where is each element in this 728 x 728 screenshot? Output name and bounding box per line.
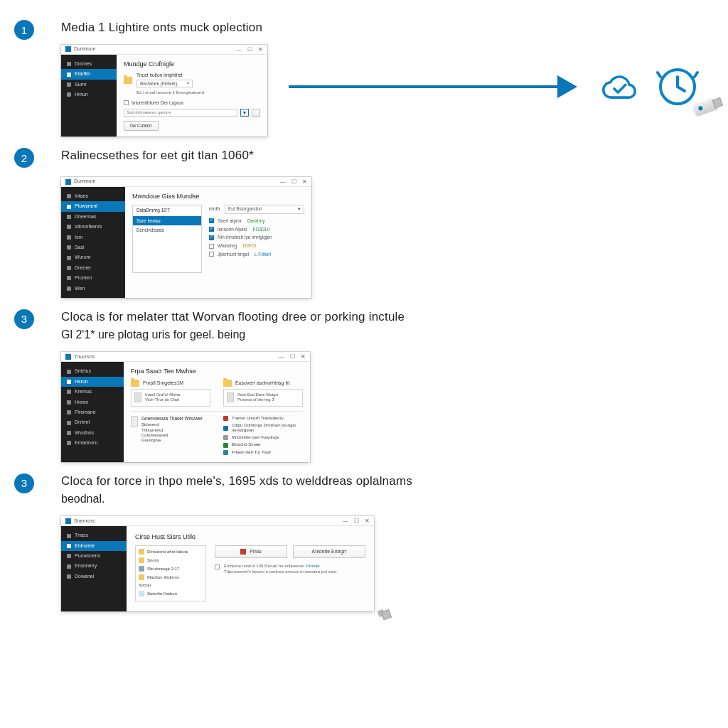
sidebar-item[interactable]: Idbnmfkenrs bbox=[61, 222, 125, 232]
action-button-1[interactable]: Prldu bbox=[215, 545, 287, 558]
sidebar-item[interactable]: Ism bbox=[61, 232, 125, 242]
checkbox[interactable] bbox=[124, 100, 129, 105]
sidebar-item[interactable]: Hsron bbox=[61, 377, 124, 387]
card-box[interactable]: Inasil Cral'ul MohaViuh Thor ds Olarl bbox=[131, 389, 210, 406]
tree-node[interactable]: Shudvresge 2:17 bbox=[139, 566, 203, 572]
step-title-1: Media 1 Lightire onts muck oplection bbox=[61, 20, 714, 36]
maximize-button[interactable]: ☐ bbox=[247, 46, 252, 53]
close-button[interactable]: ✕ bbox=[365, 518, 370, 525]
usb-icon bbox=[378, 609, 385, 616]
list-item[interactable]: Colrotretopwd bbox=[141, 433, 203, 438]
maximize-button[interactable]: ☐ bbox=[290, 353, 295, 360]
sidebar-item[interactable]: Hnren bbox=[61, 397, 124, 407]
card-heading: Fnrptl Smgetes1M bbox=[131, 380, 210, 387]
window-title: Snemcns bbox=[74, 518, 95, 524]
sidebar-item[interactable]: Emanboru bbox=[61, 438, 124, 448]
sidebar-item[interactable]: Kremus bbox=[61, 387, 124, 397]
checkbox[interactable] bbox=[209, 244, 214, 249]
tree-node[interactable]: Dinstesrsl ahnt labute bbox=[139, 549, 203, 555]
list-item[interactable]: Frbetil nteh Tur Tioar bbox=[223, 450, 303, 455]
maximize-button[interactable]: ☐ bbox=[291, 178, 296, 186]
sidebar-item[interactable]: Wen bbox=[61, 284, 125, 294]
tree-node[interactable]: Sncrel bbox=[139, 583, 203, 588]
sidebar-item[interactable]: Dneernas bbox=[61, 212, 125, 222]
sidebar-item[interactable]: Puowsnens bbox=[61, 551, 127, 561]
listbox[interactable]: DstaDmnrg 10'7 Sure Imnau Eenclndesats bbox=[132, 205, 202, 273]
titlebar: Dumtnom — ☐ ✕ bbox=[61, 45, 267, 55]
sidebar-item[interactable]: Dowenel bbox=[61, 572, 127, 582]
sidebar-item[interactable]: Intaes bbox=[61, 191, 125, 201]
tree-node[interactable]: Maufton Ihldtrms bbox=[139, 574, 203, 580]
list-item[interactable]: Cifglu Odmhngs Drmilnon tnorgps nersorgs… bbox=[223, 423, 303, 433]
checkbox[interactable] bbox=[209, 218, 214, 223]
checkbox[interactable] bbox=[209, 252, 214, 257]
text-field[interactable]: Sott thrlmetenur gemtrs bbox=[124, 109, 237, 117]
maximize-button[interactable]: ☐ bbox=[354, 518, 359, 525]
list-item[interactable]: Eliorchd Smaer bbox=[223, 442, 303, 447]
close-button[interactable]: ✕ bbox=[258, 46, 263, 53]
thumbnail-icon bbox=[227, 392, 234, 402]
window-title: Tnuorsns bbox=[74, 354, 95, 360]
step-badge-3: 3 bbox=[14, 309, 34, 329]
step-subtitle-3: Gl 2'1* ure plotag uris for geel. being bbox=[61, 327, 714, 343]
status-dot-icon bbox=[223, 416, 228, 421]
app-icon bbox=[65, 46, 71, 52]
small-button[interactable]: ▾ bbox=[240, 109, 249, 117]
checkbox[interactable] bbox=[209, 235, 214, 240]
sidebar: Dmmes Eduflm Sumr Hmun bbox=[61, 55, 117, 136]
tree-node[interactable]: Snony bbox=[139, 557, 203, 563]
app-icon bbox=[65, 354, 71, 360]
sidebar-item[interactable]: Dmmes bbox=[61, 59, 117, 69]
sidebar-item[interactable]: Flremane bbox=[61, 407, 124, 417]
close-button[interactable]: ✕ bbox=[301, 353, 306, 360]
close-button[interactable]: ✕ bbox=[302, 178, 307, 186]
folder-icon bbox=[139, 557, 144, 563]
small-button[interactable] bbox=[252, 109, 260, 117]
list-item[interactable]: Mndnttthe tyen Fowdivgs bbox=[223, 435, 303, 440]
sidebar-item[interactable]: Plowsnenl bbox=[61, 201, 125, 211]
filter-label: mnttr bbox=[209, 206, 220, 212]
path-dropdown[interactable]: Bwdahek (Ekliker) bbox=[136, 80, 193, 88]
list-item[interactable]: Giuotrgtve bbox=[141, 438, 203, 443]
sidebar-item[interactable]: Enbsrenr bbox=[61, 541, 127, 551]
sidebar-item[interactable]: Dremer bbox=[61, 263, 125, 273]
filter-dropdown[interactable]: Eul Bslorgandon▾ bbox=[225, 205, 304, 214]
panel-heading: Mwndoue Gias Mundse bbox=[132, 193, 304, 200]
list-item[interactable]: Sidoverul bbox=[141, 422, 203, 427]
alert-icon bbox=[240, 549, 246, 555]
sidebar-item[interactable]: Drrbnrl bbox=[61, 417, 124, 427]
sidebar-item[interactable]: Tnass bbox=[61, 530, 127, 540]
sidebar-item[interactable]: Ensnneny bbox=[61, 561, 127, 571]
sidebar-item[interactable]: Wvufnns bbox=[61, 428, 124, 438]
minimize-button[interactable]: — bbox=[280, 178, 286, 186]
checkbox[interactable] bbox=[209, 227, 214, 232]
app-icon bbox=[65, 518, 71, 524]
sidebar-item[interactable]: Sumr bbox=[61, 80, 117, 90]
note-link[interactable]: Firtsnet bbox=[306, 564, 320, 568]
sidebar-item[interactable]: Hmun bbox=[61, 90, 117, 100]
settings-window-1: Dumtnom — ☐ ✕ Dmmes Eduflm Sumr Hmun bbox=[61, 45, 267, 136]
checkbox[interactable] bbox=[215, 564, 220, 569]
list-item[interactable]: Tribtonersd bbox=[141, 428, 203, 433]
action-button-2[interactable]: Anldmte Entrgrr bbox=[293, 545, 365, 558]
list-item[interactable]: Tnener Uurprh Tiladsldenry bbox=[223, 416, 303, 421]
cloud-check-icon bbox=[599, 70, 640, 104]
minimize-button[interactable]: — bbox=[236, 46, 242, 53]
clock-icon bbox=[655, 65, 707, 108]
primary-button[interactable]: Gk Cutecn bbox=[124, 121, 159, 131]
minimize-button[interactable]: — bbox=[343, 518, 348, 525]
minimize-button[interactable]: — bbox=[279, 353, 284, 360]
sidebar-item[interactable]: Prolnen bbox=[61, 273, 125, 283]
listbox-item[interactable]: Eenclndesats bbox=[133, 225, 201, 235]
titlebar: Snemcns — ☐ ✕ bbox=[61, 516, 374, 526]
list-heading: Gnemdessra Thaset Wrscwer bbox=[141, 416, 203, 422]
sidebar-item[interactable]: Sasl bbox=[61, 242, 125, 252]
sidebar-item[interactable]: Eduflm bbox=[61, 69, 117, 79]
step-1: 1 Media 1 Lightire onts muck oplection D… bbox=[14, 20, 714, 136]
tree-node[interactable]: Setsvlte Katbon bbox=[139, 591, 203, 596]
card-box[interactable]: Aest Esd Dere MotgnPustrce cf the'reg 3' bbox=[223, 389, 303, 406]
listbox-item[interactable]: Sure Imnau bbox=[133, 216, 201, 226]
tree-view[interactable]: Dinstesrsl ahnt labute Snony Shudvresge … bbox=[135, 545, 206, 601]
sidebar-item[interactable]: Wuronr bbox=[61, 252, 125, 262]
sidebar-item[interactable]: Snlztus bbox=[61, 366, 124, 376]
